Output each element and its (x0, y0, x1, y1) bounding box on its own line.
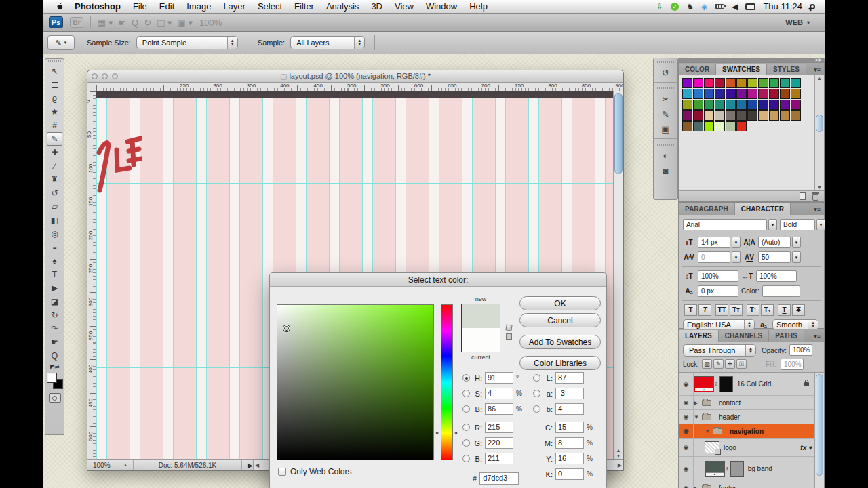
lock-all-icon[interactable]: ⚿ (736, 359, 747, 369)
color-swatch[interactable] (769, 100, 779, 110)
color-swatch[interactable] (780, 78, 790, 88)
leading-dropdown[interactable]: ▼ (792, 237, 801, 248)
lock-pixels-icon[interactable]: ✎ (713, 359, 724, 369)
sample-size-select[interactable]: Point Sample▲▼ (136, 36, 238, 49)
h-radio[interactable] (462, 374, 470, 382)
screen-mode-icon[interactable]: ▣ ▾ (178, 18, 193, 28)
underline-button[interactable]: T (778, 304, 791, 316)
layer-thumbnail[interactable] (705, 441, 719, 453)
vertical-ruler[interactable]: 050100150200250300350400450500 (87, 92, 96, 459)
color-swatch[interactable] (682, 78, 692, 88)
layer-row[interactable]: ◉∞16 Col Grid (679, 373, 814, 396)
vertical-scroll-thumb[interactable] (614, 93, 623, 174)
color-swatch[interactable] (726, 121, 736, 131)
a-field[interactable]: -3 (555, 388, 584, 399)
brushes-panel-icon[interactable]: ✎ (658, 106, 674, 121)
ok-button[interactable]: OK (519, 296, 601, 310)
b-field[interactable]: 4 (555, 403, 584, 415)
color-swatch[interactable] (693, 110, 703, 121)
color-swatch[interactable] (682, 89, 692, 99)
b-field[interactable]: 211 (485, 453, 513, 464)
color-swatch[interactable] (791, 110, 801, 121)
bridge-button[interactable]: Br (70, 17, 83, 28)
menu-image[interactable]: Image (180, 1, 217, 12)
faux-bold-button[interactable]: T (684, 304, 697, 316)
vertical-scrollbar[interactable]: ▲▼ (613, 92, 623, 459)
marquee-tool[interactable] (47, 78, 62, 92)
color-swatch[interactable] (758, 100, 768, 110)
battery-icon[interactable] (715, 4, 724, 9)
brush-tool[interactable]: ∕ (47, 159, 62, 173)
panel-menu-icon[interactable]: ▾≡ (810, 331, 824, 342)
hue-slider[interactable] (441, 304, 453, 460)
tab-layers[interactable]: LAYERS (679, 330, 719, 342)
panel-menu-icon[interactable]: ▾≡ (810, 64, 824, 75)
g-field[interactable]: 220 (485, 437, 513, 449)
color-swatch[interactable] (715, 121, 725, 131)
visibility-eye-icon[interactable]: ◉ (679, 439, 694, 456)
only-web-colors-checkbox[interactable] (278, 468, 286, 476)
a-radio[interactable] (533, 390, 540, 397)
layer-name[interactable]: bg band (748, 465, 772, 472)
color-swatch[interactable] (791, 100, 801, 110)
color-swatch[interactable] (747, 100, 757, 110)
document-titlebar[interactable]: layout.psd @ 100% (navigation, RGB/8#) * (87, 70, 623, 83)
color-swatch[interactable] (693, 89, 703, 99)
tab-paragraph[interactable]: PARAGRAPH (679, 203, 735, 215)
color-swatch[interactable] (780, 100, 790, 110)
menu-analysis[interactable]: Analysis (320, 1, 365, 12)
eyedropper-tool[interactable]: ✎ (47, 132, 62, 146)
visibility-eye-icon[interactable]: ◉ (679, 424, 694, 438)
lock-transparency-icon[interactable]: ▨ (702, 359, 712, 369)
m-field[interactable]: 8 (555, 437, 584, 449)
color-swatch[interactable] (693, 121, 703, 131)
layer-name[interactable]: 16 Col Grid (737, 380, 772, 388)
panel-menu-icon[interactable]: ▾≡ (810, 204, 824, 215)
layer-row[interactable]: ◉▶contact (679, 396, 814, 410)
hue-slider-marker[interactable]: ▸ (436, 430, 439, 436)
tab-swatches[interactable]: SWATCHES (716, 64, 767, 75)
swatches-scrollbar[interactable]: ▲ ▼ (814, 75, 824, 190)
crop-tool[interactable]: # (47, 119, 62, 132)
menu-layer[interactable]: Layer (217, 1, 252, 12)
tab-channels[interactable]: CHANNELS (719, 330, 770, 342)
sample-select[interactable]: All Layers▲▼ (290, 36, 365, 49)
layer-mask-thumbnail[interactable] (719, 376, 733, 392)
s-radio[interactable] (462, 390, 470, 397)
layer-mask-thumbnail[interactable] (730, 461, 744, 477)
hand-icon[interactable]: ☛ (118, 18, 126, 28)
only-web-colors-option[interactable]: Only Web Colors (278, 467, 351, 476)
expand-triangle[interactable]: ▶ (694, 485, 701, 488)
quick-mask-button[interactable] (49, 393, 61, 403)
swatches-scroll-thumb[interactable] (816, 115, 823, 132)
superscript-button[interactable]: T¹ (747, 304, 760, 316)
tab-styles[interactable]: STYLES (767, 64, 806, 75)
color-swatch[interactable] (758, 78, 768, 88)
fill-field[interactable]: 100% (781, 359, 804, 370)
color-libraries-button[interactable]: Color Libraries (519, 356, 601, 370)
tab-character[interactable]: CHARACTER (735, 203, 791, 215)
history-brush-tool[interactable]: ↺ (47, 186, 62, 200)
apple-icon[interactable] (56, 2, 64, 11)
color-swatch[interactable] (715, 110, 725, 121)
hex-field[interactable]: d7dcd3 (479, 472, 519, 485)
layer-name[interactable]: navigation (730, 428, 764, 435)
visibility-eye-icon[interactable]: ◉ (679, 373, 694, 395)
masks-panel-icon[interactable]: ◙ (658, 163, 674, 178)
lock-position-icon[interactable]: ✛ (725, 359, 735, 369)
color-swatch[interactable] (715, 78, 725, 88)
layer-row[interactable]: ◉▼header (679, 410, 814, 424)
color-swatch[interactable] (704, 121, 714, 131)
menu-select[interactable]: Select (252, 1, 288, 12)
l-radio[interactable] (533, 374, 540, 382)
strikethrough-button[interactable]: Ŧ (792, 304, 805, 316)
blend-mode-select[interactable]: Pass Through▲▼ (683, 344, 756, 357)
type-tool[interactable]: T (47, 268, 62, 281)
blur-tool[interactable]: ◎ (47, 227, 62, 241)
faux-italic-button[interactable]: T (698, 304, 711, 316)
leading-field[interactable]: (Auto) (758, 237, 791, 248)
g-radio[interactable] (462, 439, 470, 447)
doc-size-readout[interactable]: Doc: 5.64M/526.1K (134, 460, 242, 470)
font-size-field[interactable]: 14 px (698, 237, 730, 248)
messenger-icon[interactable]: ✓ (671, 3, 679, 11)
